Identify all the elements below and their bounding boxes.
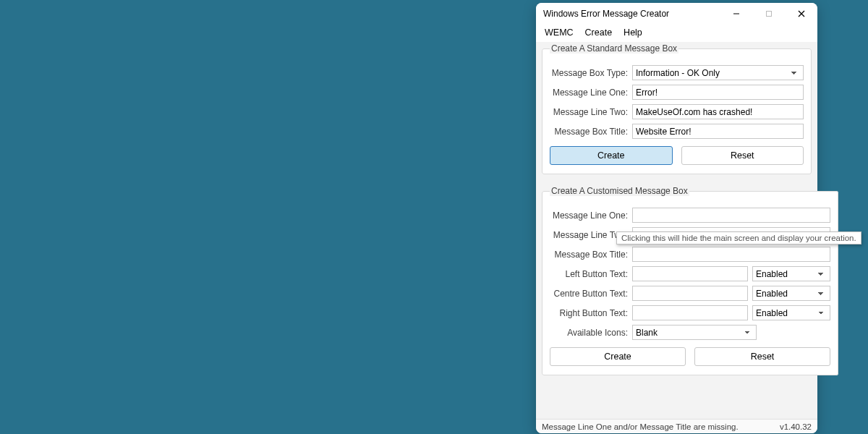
status-message: Message Line One and/or Message Title ar… [542, 422, 739, 431]
create-tooltip: Clicking this will hide the main screen … [616, 231, 861, 244]
message-box-type-select[interactable]: Information - OK Only [632, 65, 804, 80]
left-button-state-select[interactable]: Enabled [752, 266, 830, 281]
standard-legend: Create A Standard Message Box [550, 43, 678, 54]
statusbar: Message Line One and/or Message Title ar… [536, 419, 817, 433]
menu-wemc[interactable]: WEMC [545, 27, 574, 38]
centre-button-label: Centre Button Text: [550, 289, 628, 299]
custom-legend: Create A Customised Message Box [550, 186, 689, 196]
close-button[interactable] [785, 3, 817, 25]
version-label: v1.40.32 [780, 422, 812, 431]
right-button-input[interactable] [632, 305, 748, 320]
custom-group: Create A Customised Message Box Message … [542, 186, 838, 375]
line1-input[interactable] [632, 85, 804, 100]
create-custom-button[interactable]: Create [550, 347, 686, 366]
titlebar: Windows Error Message Creator [536, 3, 817, 25]
svg-rect-1 [766, 12, 771, 17]
centre-button-input[interactable] [632, 286, 748, 301]
reset-custom-button[interactable]: Reset [694, 347, 830, 366]
menu-help[interactable]: Help [624, 27, 642, 38]
right-button-label: Right Button Text: [550, 308, 628, 318]
right-button-state-select[interactable]: Enabled [752, 305, 830, 320]
c-line1-label: Message Line One: [550, 210, 628, 221]
standard-group: Create A Standard Message Box Message Bo… [542, 43, 812, 174]
app-window: Windows Error Message Creator WEMC Creat… [536, 3, 817, 433]
menu-create[interactable]: Create [585, 27, 613, 38]
centre-button-state-select[interactable]: Enabled [752, 286, 830, 301]
desktop: Windows Error Message Creator WEMC Creat… [0, 0, 868, 434]
line2-input[interactable] [632, 104, 804, 119]
c-title-input[interactable] [632, 247, 830, 262]
type-label: Message Box Type: [550, 68, 628, 78]
maximize-button[interactable] [752, 3, 785, 25]
reset-standard-button[interactable]: Reset [681, 146, 804, 165]
content: Create A Standard Message Box Message Bo… [536, 42, 817, 419]
line1-label: Message Line One: [550, 88, 628, 98]
icons-label: Available Icons: [550, 328, 628, 338]
c-line1-input[interactable] [632, 208, 830, 223]
left-button-label: Left Button Text: [550, 269, 628, 279]
window-controls [720, 3, 817, 25]
create-standard-button[interactable]: Create [550, 146, 673, 165]
window-title: Windows Error Message Creator [543, 9, 669, 19]
line2-label: Message Line Two: [550, 107, 628, 117]
available-icons-select[interactable]: Blank [632, 325, 757, 340]
minimize-button[interactable] [720, 3, 752, 25]
title-label: Message Box Title: [550, 127, 628, 137]
menubar: WEMC Create Help [536, 25, 817, 42]
title-input[interactable] [632, 124, 804, 139]
left-button-input[interactable] [632, 266, 748, 281]
c-title-label: Message Box Title: [550, 250, 628, 260]
